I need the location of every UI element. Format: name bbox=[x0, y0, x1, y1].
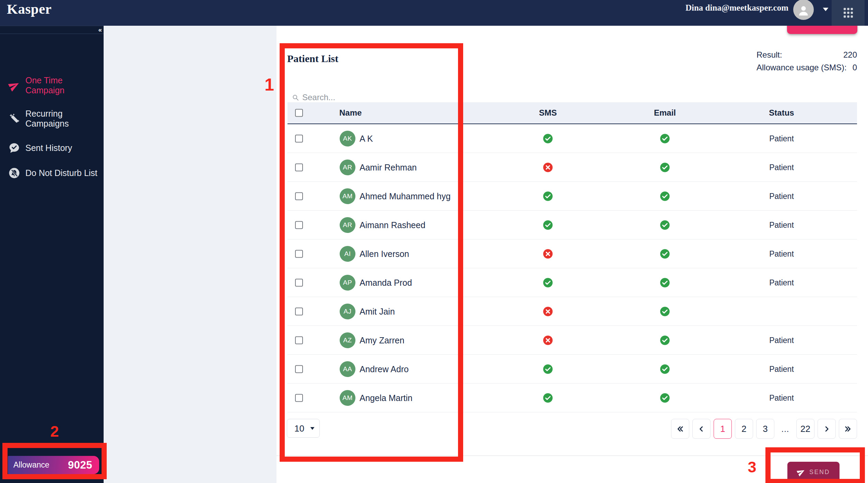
pagination-page-2[interactable]: 2 bbox=[735, 419, 753, 439]
paper-plane-icon bbox=[8, 80, 20, 91]
user-menu-caret-icon[interactable] bbox=[823, 8, 829, 11]
sms-allowed-check-icon bbox=[660, 335, 670, 345]
email-status-cell bbox=[660, 220, 670, 230]
column-header-email: Email bbox=[654, 108, 676, 118]
sidebar-nav: One Time Campaign Recurring Campaigns bbox=[0, 71, 104, 188]
patient-avatar: AI bbox=[340, 246, 355, 262]
patient-status: Patient bbox=[769, 393, 794, 402]
sidebar-item-label: Sent History bbox=[25, 143, 72, 153]
patient-status: Patient bbox=[769, 278, 794, 287]
email-status-cell bbox=[660, 249, 670, 259]
email-status-cell bbox=[660, 335, 670, 345]
column-header-status: Status bbox=[769, 108, 794, 118]
patient-name: Angela Martin bbox=[360, 393, 412, 403]
email-status-cell bbox=[660, 278, 670, 288]
sms-allowed-check-icon bbox=[660, 133, 670, 144]
table-row[interactable]: AR Aimann Rasheed Patient bbox=[288, 211, 857, 239]
sidebar-item-sent-history[interactable]: Sent History bbox=[0, 138, 104, 158]
patient-name: Amanda Prod bbox=[360, 278, 412, 287]
patient-avatar: AR bbox=[340, 160, 355, 175]
row-checkbox[interactable] bbox=[295, 250, 303, 258]
allowance-label: Allowance bbox=[13, 460, 49, 470]
email-status-cell bbox=[660, 306, 670, 317]
table-row[interactable]: AI Allen Iverson Patient bbox=[288, 239, 857, 268]
table-row[interactable]: AK A K Patient bbox=[288, 124, 857, 153]
sms-status-cell bbox=[543, 162, 553, 173]
row-checkbox[interactable] bbox=[295, 279, 303, 286]
select-all-checkbox[interactable] bbox=[295, 109, 303, 117]
table-body: AK A K Patient AR Aamir Rehman Pat bbox=[288, 124, 857, 412]
pagination-page-22[interactable]: 22 bbox=[796, 419, 814, 439]
sidebar-item-one-time-campaign[interactable]: One Time Campaign bbox=[0, 71, 104, 100]
page-title: Patient List bbox=[287, 53, 338, 64]
bell-slash-icon bbox=[8, 167, 20, 179]
column-header-name: Name bbox=[339, 108, 362, 118]
sms-allowed-check-icon bbox=[660, 393, 670, 403]
result-value: 220 bbox=[843, 50, 857, 60]
patient-avatar: AJ bbox=[340, 304, 355, 319]
row-checkbox[interactable] bbox=[295, 134, 303, 142]
patient-list-panel: Patient List Result: 220 Allowance usage… bbox=[277, 26, 868, 483]
pagination-first-button[interactable] bbox=[671, 419, 689, 439]
sms-status-cell bbox=[543, 191, 553, 201]
apps-menu-button[interactable] bbox=[832, 0, 865, 26]
allowance-usage-label: Allowance usage (SMS): bbox=[756, 63, 847, 72]
row-checkbox[interactable] bbox=[295, 336, 303, 344]
search-input[interactable] bbox=[302, 93, 474, 102]
pagination-page-1[interactable]: 1 bbox=[714, 419, 732, 439]
rows-per-page-select[interactable]: 10 bbox=[287, 419, 320, 438]
email-status-cell bbox=[660, 364, 670, 374]
not-allowed-x-icon bbox=[543, 306, 553, 317]
patient-status: Patient bbox=[769, 134, 794, 143]
avatar-initials: AM bbox=[342, 192, 353, 200]
user-avatar[interactable] bbox=[793, 0, 814, 20]
search-box bbox=[292, 93, 474, 102]
avatar-initials: AP bbox=[343, 279, 352, 286]
email-status-cell bbox=[660, 162, 670, 173]
sidebar-collapse-icon[interactable]: « bbox=[98, 26, 102, 34]
pagination-prev-button[interactable] bbox=[692, 419, 711, 439]
sms-allowed-check-icon bbox=[660, 220, 670, 230]
pagination-next-button[interactable] bbox=[818, 419, 836, 439]
table-row[interactable]: AM Ahmed Muhammed hyg Patient bbox=[288, 182, 857, 211]
sidebar-item-label: One Time Campaign bbox=[25, 75, 99, 95]
sms-allowed-check-icon bbox=[543, 278, 553, 288]
search-icon bbox=[292, 94, 299, 101]
top-bar: Kasper Dina dina@meetkasper.com bbox=[0, 0, 868, 26]
sidebar-item-recurring-campaigns[interactable]: Recurring Campaigns bbox=[0, 104, 104, 133]
patient-status: Patient bbox=[769, 191, 794, 201]
dropdown-caret-icon bbox=[310, 427, 315, 430]
send-plane-icon bbox=[796, 467, 807, 478]
patient-avatar: AR bbox=[340, 217, 355, 233]
row-checkbox[interactable] bbox=[295, 192, 303, 200]
patient-name: A K bbox=[360, 133, 373, 143]
table-row[interactable]: AJ Amit Jain bbox=[288, 297, 857, 326]
table-row[interactable]: AM Angela Martin Patient bbox=[288, 384, 857, 412]
table-row[interactable]: AR Aamir Rehman Patient bbox=[288, 153, 857, 182]
sms-status-cell bbox=[543, 364, 553, 374]
table-row[interactable]: AP Amanda Prod Patient bbox=[288, 268, 857, 297]
patient-table: Name SMS Email Status AK A K Patient AR bbox=[288, 102, 857, 412]
table-row[interactable]: AA Andrew Adro Patient bbox=[288, 355, 857, 384]
kasper-logo: Kasper bbox=[7, 1, 52, 17]
row-checkbox[interactable] bbox=[295, 394, 303, 402]
result-label: Result: bbox=[756, 50, 782, 60]
row-checkbox[interactable] bbox=[295, 221, 303, 229]
sms-allowed-check-icon bbox=[543, 393, 553, 403]
sms-status-cell bbox=[543, 278, 553, 288]
sidebar-collapse-strip: « bbox=[0, 26, 104, 34]
send-button[interactable]: SEND bbox=[787, 462, 840, 482]
allowance-badge: Allowance 9025 bbox=[8, 456, 99, 474]
rows-per-page-value: 10 bbox=[294, 423, 304, 434]
column-header-sms: SMS bbox=[539, 108, 557, 118]
sidebar-item-do-not-disturb[interactable]: Do Not Disturb List bbox=[0, 163, 104, 183]
table-row[interactable]: AZ Amy Zarren Patient bbox=[288, 326, 857, 355]
pagination-page-3[interactable]: 3 bbox=[756, 419, 774, 439]
pagination-last-button[interactable] bbox=[839, 419, 857, 439]
row-checkbox[interactable] bbox=[295, 307, 303, 315]
avatar-initials: AA bbox=[343, 365, 352, 373]
sidebar: « One Time Campaign bbox=[0, 26, 104, 483]
row-checkbox[interactable] bbox=[295, 365, 303, 373]
row-checkbox[interactable] bbox=[295, 163, 303, 171]
not-allowed-x-icon bbox=[543, 249, 553, 259]
